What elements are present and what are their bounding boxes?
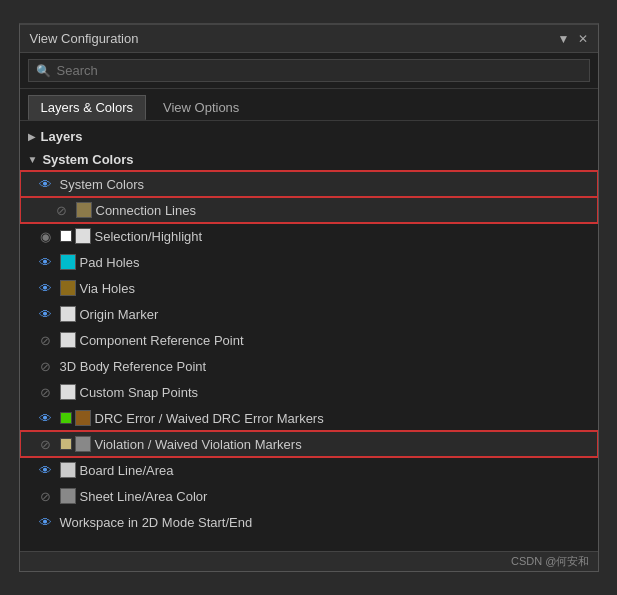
swatch-selection[interactable] [75,228,91,244]
row-connection-lines[interactable]: ⊘ Connection Lines [20,197,598,223]
swatch-connection-lines[interactable] [76,202,92,218]
row-system-colors[interactable]: 👁 System Colors [20,171,598,197]
swatch-drc-2[interactable] [75,410,91,426]
label-3d-ref: 3D Body Reference Point [60,359,207,374]
row-violation[interactable]: ⊘ Violation / Waived Violation Markers [20,431,598,457]
dialog: View Configuration ▼ ✕ 🔍 Layers & Colors… [19,23,599,572]
title-bar-controls: ▼ ✕ [558,32,588,46]
system-colors-label: System Colors [42,152,133,167]
swatch-comp-ref[interactable] [60,332,76,348]
eye-icon-connection-lines[interactable]: ⊘ [52,200,72,220]
section-layers[interactable]: ▶ Layers [20,125,598,148]
label-drc: DRC Error / Waived DRC Error Markers [95,411,324,426]
label-board-line: Board Line/Area [80,463,174,478]
label-pad-holes: Pad Holes [80,255,140,270]
swatch-board-line[interactable] [60,462,76,478]
title-bar: View Configuration ▼ ✕ [20,25,598,53]
search-icon: 🔍 [36,64,51,78]
label-sheet-line: Sheet Line/Area Color [80,489,208,504]
row-custom-snap[interactable]: ⊘ Custom Snap Points [20,379,598,405]
tab-view-options[interactable]: View Options [150,95,252,120]
row-board-line[interactable]: 👁 Board Line/Area [20,457,598,483]
eye-icon-board-line[interactable]: 👁 [36,460,56,480]
row-pad-holes[interactable]: 👁 Pad Holes [20,249,598,275]
row-3d-body-ref[interactable]: ⊘ 3D Body Reference Point [20,353,598,379]
section-system-colors[interactable]: ▼ System Colors [20,148,598,171]
status-credit: CSDN @何安和 [511,555,589,567]
label-system-colors: System Colors [60,177,145,192]
label-selection: Selection/Highlight [95,229,203,244]
layers-arrow: ▶ [28,131,36,142]
layers-label: Layers [41,129,83,144]
content-area[interactable]: ▶ Layers ▼ System Colors 👁 System Colors… [20,121,598,551]
row-selection-highlight[interactable]: ◉ Selection/Highlight [20,223,598,249]
row-via-holes[interactable]: 👁 Via Holes [20,275,598,301]
eye-icon-via-holes[interactable]: 👁 [36,278,56,298]
label-violation: Violation / Waived Violation Markers [95,437,302,452]
eye-icon-origin[interactable]: 👁 [36,304,56,324]
eye-icon-sheet-line[interactable]: ⊘ [36,486,56,506]
eye-icon-system-colors[interactable]: 👁 [36,174,56,194]
tabs-bar: Layers & Colors View Options [20,89,598,121]
swatch-sheet-line[interactable] [60,488,76,504]
label-connection-lines: Connection Lines [96,203,196,218]
search-input[interactable] [57,63,582,78]
eye-icon-comp-ref[interactable]: ⊘ [36,330,56,350]
row-sheet-line[interactable]: ⊘ Sheet Line/Area Color [20,483,598,509]
close-button[interactable]: ✕ [578,32,588,46]
swatch-drc-1[interactable] [60,412,72,424]
row-workspace-2d[interactable]: 👁 Workspace in 2D Mode Start/End [20,509,598,535]
eye-icon-workspace[interactable]: 👁 [36,512,56,532]
tab-layers-colors[interactable]: Layers & Colors [28,95,146,120]
status-bar: CSDN @何安和 [20,551,598,571]
eye-icon-3d-ref[interactable]: ⊘ [36,356,56,376]
swatch-snap[interactable] [60,384,76,400]
pin-button[interactable]: ▼ [558,32,570,46]
system-colors-arrow: ▼ [28,154,38,165]
eye-icon-drc[interactable]: 👁 [36,408,56,428]
swatch-selection-s[interactable] [60,230,72,242]
swatch-violation-1[interactable] [60,438,72,450]
label-comp-ref: Component Reference Point [80,333,244,348]
label-via-holes: Via Holes [80,281,135,296]
row-component-ref[interactable]: ⊘ Component Reference Point [20,327,598,353]
row-drc-error[interactable]: 👁 DRC Error / Waived DRC Error Markers [20,405,598,431]
search-bar: 🔍 [20,53,598,89]
eye-icon-violation[interactable]: ⊘ [36,434,56,454]
row-origin-marker[interactable]: 👁 Origin Marker [20,301,598,327]
dialog-title: View Configuration [30,31,139,46]
swatch-pad-holes[interactable] [60,254,76,270]
swatch-violation-2[interactable] [75,436,91,452]
eye-icon-pad-holes[interactable]: 👁 [36,252,56,272]
search-input-wrap: 🔍 [28,59,590,82]
label-snap: Custom Snap Points [80,385,199,400]
swatch-origin[interactable] [60,306,76,322]
label-workspace: Workspace in 2D Mode Start/End [60,515,253,530]
swatch-via-holes[interactable] [60,280,76,296]
eye-icon-selection[interactable]: ◉ [36,226,56,246]
label-origin: Origin Marker [80,307,159,322]
eye-icon-snap[interactable]: ⊘ [36,382,56,402]
